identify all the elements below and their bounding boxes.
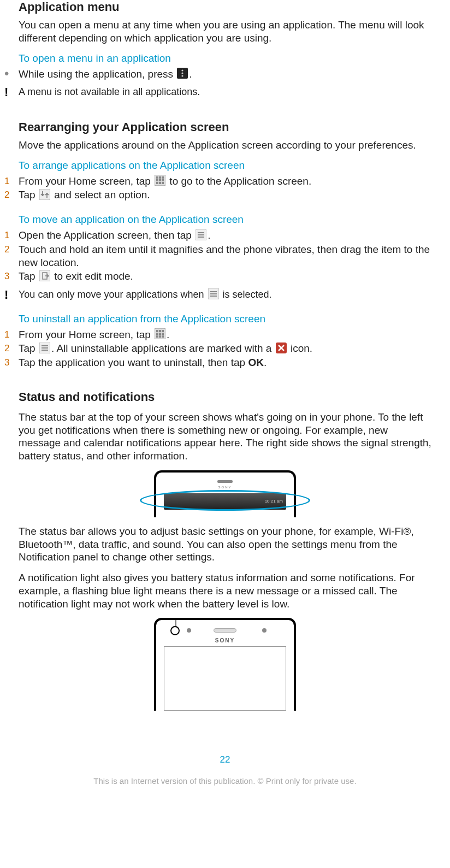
subhead-arrange-apps: To arrange applications on the Applicati…	[19, 160, 431, 172]
phone-screen-frame	[164, 646, 286, 711]
callout-ellipse	[140, 490, 310, 511]
text: icon.	[288, 343, 312, 354]
step-number: 2	[4, 188, 19, 200]
text: to exit edit mode.	[51, 270, 133, 282]
step-text: From your Home screen, tap to go to the …	[19, 175, 431, 188]
phone-brand-label: SONY	[215, 637, 235, 643]
phone-screen-area	[164, 510, 286, 517]
text: Tap the application you want to uninstal…	[19, 357, 248, 368]
exit-edit-icon	[39, 270, 50, 281]
step-text: From your Home screen, tap .	[19, 328, 431, 341]
text: is selected.	[220, 289, 272, 300]
step-text: Tap and select an option.	[19, 188, 431, 202]
text: . All uninstallable applications are mar…	[51, 343, 275, 354]
phone-sensor	[262, 628, 267, 633]
step-number: 1	[4, 328, 19, 340]
phone-camera	[187, 628, 191, 633]
phone-speaker	[217, 480, 233, 483]
subhead-uninstall-app: To uninstall an application from the App…	[19, 313, 431, 325]
para: Move the applications around on the Appl…	[19, 139, 431, 152]
list-icon	[208, 288, 219, 299]
text: Tap	[19, 270, 38, 282]
step-text: Touch and hold an item until it magnifie…	[19, 243, 431, 269]
apps-grid-icon	[155, 328, 165, 339]
para: The status bar at the top of your screen…	[19, 411, 431, 463]
text: to go to the Application screen.	[167, 175, 311, 187]
figure-status-bar: SONY 10:21 am	[19, 470, 431, 517]
phone-illustration: SONY 10:21 am	[154, 470, 296, 517]
step-text: Tap the application you want to uninstal…	[19, 356, 431, 369]
sort-icon	[39, 189, 50, 200]
step-number: 3	[4, 270, 19, 282]
text: and select an option.	[51, 189, 150, 200]
step-number: 1	[4, 175, 19, 187]
bullet-marker: •	[4, 68, 19, 79]
text: From your Home screen, tap	[19, 175, 153, 187]
heading-rearranging: Rearranging your Application screen	[19, 120, 431, 134]
phone-earpiece	[214, 628, 236, 633]
page-number: 22	[19, 754, 431, 765]
text: .	[264, 357, 267, 368]
text: While using the application, press	[19, 68, 176, 80]
note-text: You can only move your applications when…	[19, 288, 431, 301]
subhead-open-menu: To open a menu in an application	[19, 52, 431, 64]
phone-illustration: SONY	[154, 618, 296, 711]
disclaimer-text: This is an Internet version of this publ…	[19, 776, 431, 786]
text: .	[208, 229, 210, 241]
step-text: While using the application, press .	[19, 68, 431, 81]
text: You can only move your applications when	[19, 289, 207, 300]
text: Tap	[19, 189, 38, 200]
step-number: 3	[4, 356, 19, 368]
heading-application-menu: Application menu	[19, 0, 431, 14]
text: .	[189, 68, 192, 80]
step-number: 2	[4, 342, 19, 354]
text: .	[167, 329, 169, 340]
step-text: Tap . All uninstallable applications are…	[19, 342, 431, 355]
step-number: 2	[4, 243, 19, 255]
step-text: Tap to exit edit mode.	[19, 270, 431, 283]
para: The status bar allows you to adjust basi…	[19, 525, 431, 564]
list-icon	[196, 229, 206, 240]
subhead-move-app: To move an application on the Applicatio…	[19, 214, 431, 226]
para: You can open a menu at any time when you…	[19, 19, 431, 45]
note-text: A menu is not available in all applicati…	[19, 86, 431, 98]
phone-brand-label: SONY	[218, 486, 232, 489]
document-page: Application menu You can open a menu at …	[0, 0, 450, 796]
uninstall-x-icon	[276, 343, 287, 353]
text: From your Home screen, tap	[19, 329, 153, 340]
step-number: 1	[4, 229, 19, 241]
ok-label: OK	[248, 357, 264, 368]
callout-circle	[170, 626, 180, 635]
page-footer: 22 This is an Internet version of this p…	[19, 754, 431, 796]
note-marker-icon: !	[4, 288, 19, 300]
heading-status-notifications: Status and notifications	[19, 390, 431, 404]
text: Tap	[19, 343, 38, 354]
step-text: Open the Application screen, then tap .	[19, 229, 431, 242]
menu-key-icon	[177, 68, 188, 79]
para: A notification light also gives you batt…	[19, 571, 431, 610]
list-icon	[39, 343, 50, 353]
apps-grid-icon	[155, 175, 165, 186]
note-marker-icon: !	[4, 86, 19, 98]
text: Open the Application screen, then tap	[19, 229, 194, 241]
figure-notification-light: SONY	[19, 618, 431, 711]
